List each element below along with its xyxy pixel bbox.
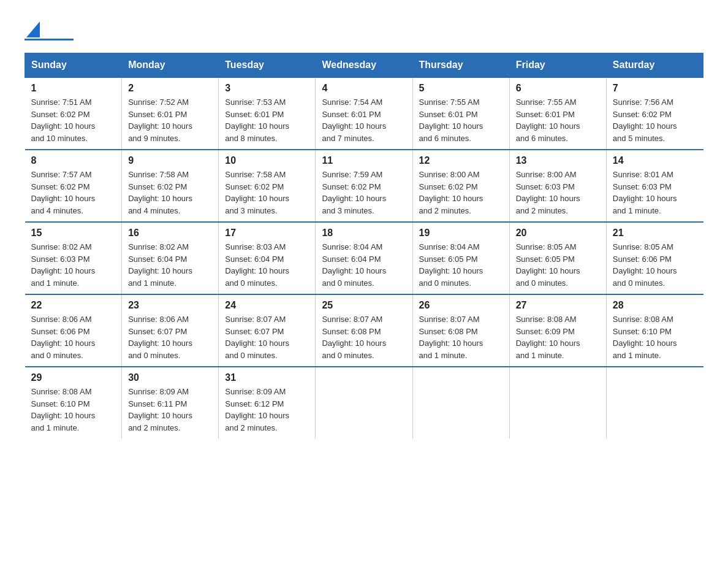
day-number: 8: [31, 155, 116, 166]
calendar-day: 27 Sunrise: 8:08 AM Sunset: 6:09 PM Dayl…: [509, 294, 606, 367]
calendar-day: 25 Sunrise: 8:07 AM Sunset: 6:08 PM Dayl…: [316, 294, 412, 367]
header-sunday: Sunday: [25, 53, 122, 78]
calendar-day: 5 Sunrise: 7:55 AM Sunset: 6:01 PM Dayli…: [412, 77, 509, 150]
header-tuesday: Tuesday: [219, 53, 316, 78]
day-number: 19: [419, 228, 503, 239]
day-info: Sunrise: 8:07 AM Sunset: 6:08 PM Dayligh…: [322, 313, 406, 361]
calendar-day: 9 Sunrise: 7:58 AM Sunset: 6:02 PM Dayli…: [122, 150, 219, 222]
calendar-day: 3 Sunrise: 7:53 AM Sunset: 6:01 PM Dayli…: [219, 77, 316, 150]
calendar-header-row: SundayMondayTuesdayWednesdayThursdayFrid…: [25, 53, 703, 78]
calendar-day: 21 Sunrise: 8:05 AM Sunset: 6:06 PM Dayl…: [606, 222, 703, 294]
day-info: Sunrise: 8:00 AM Sunset: 6:03 PM Dayligh…: [516, 169, 600, 216]
day-number: 3: [225, 83, 309, 94]
day-number: 15: [31, 228, 116, 239]
calendar-day: [509, 367, 606, 439]
day-number: 25: [322, 300, 406, 311]
day-number: 30: [128, 372, 212, 383]
header-saturday: Saturday: [606, 53, 703, 78]
day-number: 26: [419, 300, 503, 311]
day-info: Sunrise: 7:54 AM Sunset: 6:01 PM Dayligh…: [322, 96, 406, 144]
day-number: 13: [516, 155, 600, 166]
day-number: 22: [31, 300, 116, 311]
day-number: 29: [31, 372, 116, 383]
day-info: Sunrise: 7:59 AM Sunset: 6:02 PM Dayligh…: [322, 169, 406, 216]
calendar-day: 26 Sunrise: 8:07 AM Sunset: 6:08 PM Dayl…: [412, 294, 509, 367]
day-number: 28: [613, 300, 697, 311]
day-number: 12: [419, 155, 503, 166]
day-info: Sunrise: 8:01 AM Sunset: 6:03 PM Dayligh…: [613, 169, 697, 216]
day-number: 21: [613, 228, 697, 239]
calendar-day: 16 Sunrise: 8:02 AM Sunset: 6:04 PM Dayl…: [122, 222, 219, 294]
page-header: [25, 18, 703, 40]
day-info: Sunrise: 7:53 AM Sunset: 6:01 PM Dayligh…: [225, 96, 309, 144]
day-info: Sunrise: 8:00 AM Sunset: 6:02 PM Dayligh…: [419, 169, 503, 216]
calendar-week-2: 8 Sunrise: 7:57 AM Sunset: 6:02 PM Dayli…: [25, 150, 703, 222]
calendar-day: 30 Sunrise: 8:09 AM Sunset: 6:11 PM Dayl…: [122, 367, 219, 439]
svg-marker-0: [26, 21, 40, 37]
header-thursday: Thursday: [412, 53, 509, 78]
calendar-week-4: 22 Sunrise: 8:06 AM Sunset: 6:06 PM Dayl…: [25, 294, 703, 367]
calendar-week-5: 29 Sunrise: 8:08 AM Sunset: 6:10 PM Dayl…: [25, 367, 703, 439]
calendar-day: 17 Sunrise: 8:03 AM Sunset: 6:04 PM Dayl…: [219, 222, 316, 294]
day-number: 6: [516, 83, 600, 94]
day-number: 5: [419, 83, 503, 94]
calendar-day: 23 Sunrise: 8:06 AM Sunset: 6:07 PM Dayl…: [122, 294, 219, 367]
day-number: 11: [322, 155, 406, 166]
logo: [25, 18, 74, 40]
calendar-day: 22 Sunrise: 8:06 AM Sunset: 6:06 PM Dayl…: [25, 294, 122, 367]
day-info: Sunrise: 8:07 AM Sunset: 6:07 PM Dayligh…: [225, 313, 309, 361]
day-info: Sunrise: 8:08 AM Sunset: 6:09 PM Dayligh…: [516, 313, 600, 361]
calendar-day: 8 Sunrise: 7:57 AM Sunset: 6:02 PM Dayli…: [25, 150, 122, 222]
day-number: 4: [322, 83, 406, 94]
calendar-week-1: 1 Sunrise: 7:51 AM Sunset: 6:02 PM Dayli…: [25, 77, 703, 150]
day-number: 1: [31, 83, 116, 94]
calendar-day: 29 Sunrise: 8:08 AM Sunset: 6:10 PM Dayl…: [25, 367, 122, 439]
calendar-week-3: 15 Sunrise: 8:02 AM Sunset: 6:03 PM Dayl…: [25, 222, 703, 294]
day-number: 18: [322, 228, 406, 239]
calendar-day: 20 Sunrise: 8:05 AM Sunset: 6:05 PM Dayl…: [509, 222, 606, 294]
calendar-day: [412, 367, 509, 439]
header-monday: Monday: [122, 53, 219, 78]
calendar-day: 13 Sunrise: 8:00 AM Sunset: 6:03 PM Dayl…: [509, 150, 606, 222]
day-number: 31: [225, 372, 309, 383]
day-info: Sunrise: 8:06 AM Sunset: 6:07 PM Dayligh…: [128, 313, 212, 361]
day-info: Sunrise: 8:05 AM Sunset: 6:05 PM Dayligh…: [516, 241, 600, 289]
calendar-table: SundayMondayTuesdayWednesdayThursdayFrid…: [25, 53, 703, 439]
day-number: 2: [128, 83, 212, 94]
day-info: Sunrise: 8:04 AM Sunset: 6:05 PM Dayligh…: [419, 241, 503, 289]
calendar-day: 1 Sunrise: 7:51 AM Sunset: 6:02 PM Dayli…: [25, 77, 122, 150]
day-number: 24: [225, 300, 309, 311]
day-info: Sunrise: 7:52 AM Sunset: 6:01 PM Dayligh…: [128, 96, 212, 144]
calendar-day: 28 Sunrise: 8:08 AM Sunset: 6:10 PM Dayl…: [606, 294, 703, 367]
calendar-day: 7 Sunrise: 7:56 AM Sunset: 6:02 PM Dayli…: [606, 77, 703, 150]
calendar-day: 4 Sunrise: 7:54 AM Sunset: 6:01 PM Dayli…: [316, 77, 412, 150]
calendar-day: 10 Sunrise: 7:58 AM Sunset: 6:02 PM Dayl…: [219, 150, 316, 222]
day-info: Sunrise: 8:07 AM Sunset: 6:08 PM Dayligh…: [419, 313, 503, 361]
calendar-day: 15 Sunrise: 8:02 AM Sunset: 6:03 PM Dayl…: [25, 222, 122, 294]
day-number: 14: [613, 155, 697, 166]
day-number: 27: [516, 300, 600, 311]
logo-triangle-icon: [26, 21, 40, 37]
day-number: 9: [128, 155, 212, 166]
day-info: Sunrise: 7:58 AM Sunset: 6:02 PM Dayligh…: [225, 169, 309, 216]
calendar-day: 24 Sunrise: 8:07 AM Sunset: 6:07 PM Dayl…: [219, 294, 316, 367]
calendar-day: 6 Sunrise: 7:55 AM Sunset: 6:01 PM Dayli…: [509, 77, 606, 150]
header-wednesday: Wednesday: [316, 53, 412, 78]
day-number: 20: [516, 228, 600, 239]
day-number: 16: [128, 228, 212, 239]
day-number: 10: [225, 155, 309, 166]
calendar-day: 12 Sunrise: 8:00 AM Sunset: 6:02 PM Dayl…: [412, 150, 509, 222]
day-info: Sunrise: 8:03 AM Sunset: 6:04 PM Dayligh…: [225, 241, 309, 289]
day-info: Sunrise: 7:51 AM Sunset: 6:02 PM Dayligh…: [31, 96, 116, 144]
day-info: Sunrise: 7:55 AM Sunset: 6:01 PM Dayligh…: [516, 96, 600, 144]
day-info: Sunrise: 7:56 AM Sunset: 6:02 PM Dayligh…: [613, 96, 697, 144]
calendar-day: 19 Sunrise: 8:04 AM Sunset: 6:05 PM Dayl…: [412, 222, 509, 294]
calendar-day: 11 Sunrise: 7:59 AM Sunset: 6:02 PM Dayl…: [316, 150, 412, 222]
header-friday: Friday: [509, 53, 606, 78]
calendar-day: [316, 367, 412, 439]
calendar-day: [606, 367, 703, 439]
day-info: Sunrise: 8:04 AM Sunset: 6:04 PM Dayligh…: [322, 241, 406, 289]
day-info: Sunrise: 8:05 AM Sunset: 6:06 PM Dayligh…: [613, 241, 697, 289]
day-info: Sunrise: 7:57 AM Sunset: 6:02 PM Dayligh…: [31, 169, 116, 216]
day-info: Sunrise: 7:58 AM Sunset: 6:02 PM Dayligh…: [128, 169, 212, 216]
